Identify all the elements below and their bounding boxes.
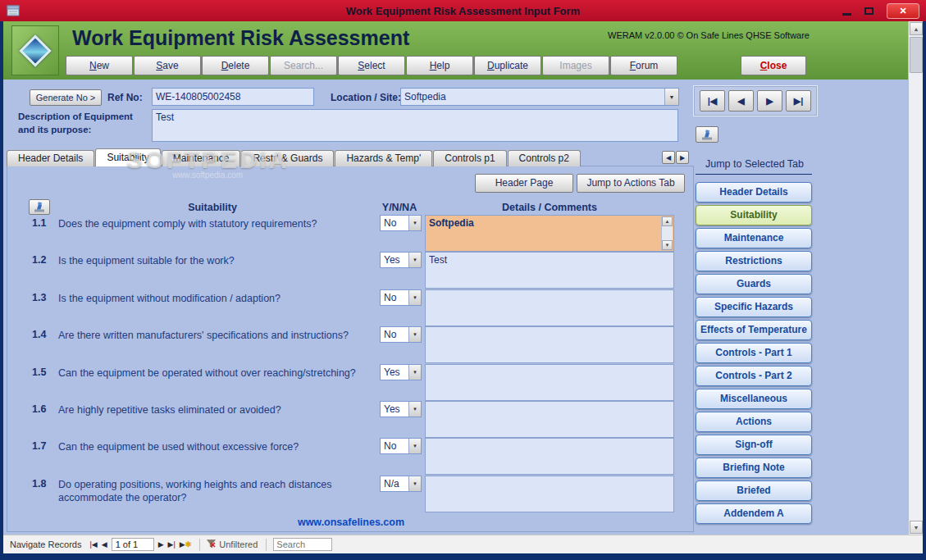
jump-button-briefed[interactable]: Briefed: [696, 480, 812, 501]
chevron-down-icon[interactable]: ▼: [664, 89, 678, 105]
chevron-down-icon[interactable]: ▼: [408, 402, 421, 417]
jump-button-briefing-note[interactable]: Briefing Note: [696, 458, 812, 478]
jump-button-guards[interactable]: Guards: [696, 274, 812, 294]
question-number: 1.7: [32, 440, 46, 452]
tab-maintenance[interactable]: Maintenance: [162, 150, 241, 166]
answer-dropdown[interactable]: No▼: [380, 215, 422, 231]
tab-controls-p1[interactable]: Controls p1: [433, 150, 506, 166]
toolbar-button-delete[interactable]: Delete: [202, 56, 269, 75]
toolbar-button-duplicate[interactable]: Duplicate: [474, 56, 541, 75]
generate-no-button[interactable]: Generate No >: [30, 89, 102, 106]
jump-button-sign-off[interactable]: Sign-off: [696, 435, 812, 455]
scroll-up-icon[interactable]: ▲: [910, 22, 923, 35]
next-record-icon[interactable]: ▶: [158, 540, 164, 549]
minimize-icon[interactable]: [842, 13, 851, 16]
ref-no-input[interactable]: [152, 88, 314, 106]
jump-button-maintenance[interactable]: Maintenance: [696, 228, 812, 248]
titlebar: Work Equipment Risk Assessment Input For…: [0, 0, 926, 21]
record-count-box[interactable]: 1 of 1: [112, 538, 154, 551]
question-row-1.2: 1.2Is the equipment suitable for the wor…: [7, 252, 695, 289]
search-input[interactable]: [273, 538, 332, 551]
comment-box[interactable]: Test: [425, 252, 674, 289]
app-logo-icon: [11, 25, 59, 75]
comment-scrollbar[interactable]: ▲▼: [661, 216, 673, 250]
comment-box[interactable]: [425, 364, 674, 401]
scroll-up-icon[interactable]: ▲: [662, 216, 673, 226]
answer-dropdown[interactable]: No▼: [380, 438, 422, 454]
toolbar-button-select[interactable]: Select: [338, 56, 405, 75]
jump-button-suitability[interactable]: Suitability: [696, 205, 812, 225]
stamp-button[interactable]: [696, 126, 718, 143]
answer-dropdown[interactable]: Yes▼: [380, 252, 422, 268]
last-record-button[interactable]: ▶|: [786, 90, 811, 112]
maximize-icon[interactable]: [864, 7, 874, 15]
chevron-down-icon[interactable]: ▼: [408, 439, 421, 453]
chevron-down-icon[interactable]: ▼: [408, 253, 421, 267]
jump-button-header-details[interactable]: Header Details: [696, 182, 812, 203]
chevron-down-icon[interactable]: ▼: [408, 365, 421, 380]
jump-button-controls-part-1[interactable]: Controls - Part 1: [696, 343, 812, 363]
jump-button-specific-hazards[interactable]: Specific Hazards: [696, 297, 812, 317]
answer-dropdown[interactable]: Yes▼: [380, 401, 422, 417]
toolbar-button-close[interactable]: Close: [741, 56, 806, 75]
scrollbar-thumb[interactable]: [910, 37, 923, 73]
jump-button-controls-part-2[interactable]: Controls - Part 2: [696, 366, 812, 386]
first-record-button[interactable]: |◀: [700, 90, 725, 112]
toolbar: NewSaveDeleteSearch...SelectHelpDuplicat…: [66, 56, 677, 75]
location-dropdown[interactable]: Softpedia ▼: [400, 88, 679, 106]
filter-icon[interactable]: [207, 540, 216, 550]
comment-box[interactable]: [425, 289, 674, 326]
tab-header-details[interactable]: Header Details: [7, 150, 94, 166]
last-record-icon[interactable]: ▶|: [168, 540, 176, 549]
chevron-down-icon[interactable]: ▼: [408, 327, 421, 342]
stamp-button-2[interactable]: [29, 199, 50, 215]
chevron-down-icon[interactable]: ▼: [408, 290, 421, 305]
jump-button-addendem-a[interactable]: Addendem A: [696, 503, 812, 524]
chevron-down-icon[interactable]: ▼: [408, 476, 421, 491]
header-page-button[interactable]: Header Page: [475, 174, 573, 193]
toolbar-button-forum[interactable]: Forum: [610, 56, 677, 75]
toolbar-button-help[interactable]: Help: [406, 56, 473, 75]
answer-dropdown[interactable]: Yes▼: [380, 364, 422, 380]
answer-dropdown[interactable]: No▼: [380, 326, 422, 343]
jump-button-effects-of-temperature[interactable]: Effects of Temperature: [696, 320, 812, 340]
question-row-1.7: 1.7Can the equipment be used without exc…: [7, 438, 695, 475]
scroll-down-icon[interactable]: ▼: [910, 521, 923, 534]
toolbar-button-new[interactable]: New: [66, 56, 133, 75]
comment-box[interactable]: [425, 326, 674, 363]
column-header-suitability: Suitability: [57, 202, 368, 213]
tab-controls-p2[interactable]: Controls p2: [508, 150, 581, 166]
comment-box[interactable]: [425, 438, 674, 475]
jump-button-restrictions[interactable]: Restrictions: [696, 251, 812, 271]
tab-suitability[interactable]: Suitability: [95, 148, 160, 166]
vertical-scrollbar[interactable]: ▲ ▼: [908, 21, 923, 535]
next-record-button[interactable]: ▶: [757, 90, 782, 112]
jump-button-miscellaneous[interactable]: Miscellaneous: [696, 389, 812, 409]
tab-scroll-left-icon[interactable]: ◀: [662, 151, 675, 164]
filter-status-label[interactable]: Unfiltered: [219, 540, 258, 549]
chevron-down-icon[interactable]: ▼: [408, 216, 421, 230]
tab-restr-guards[interactable]: Restr' & Guards: [241, 150, 334, 166]
answer-value: Yes: [381, 253, 408, 267]
close-window-icon[interactable]: ✕: [887, 3, 919, 19]
onsafelines-link[interactable]: www.onsafelines.com: [7, 517, 695, 528]
previous-record-button[interactable]: ◀: [728, 90, 754, 112]
answer-dropdown[interactable]: No▼: [380, 289, 422, 306]
scroll-down-icon[interactable]: ▼: [662, 240, 673, 250]
comment-box[interactable]: Softpedia▲▼: [425, 215, 674, 252]
jump-button-actions[interactable]: Actions: [696, 412, 812, 432]
new-record-icon[interactable]: ▶✱: [180, 540, 191, 549]
comment-box[interactable]: [425, 476, 674, 512]
answer-dropdown[interactable]: N/a▼: [380, 476, 422, 492]
first-record-icon[interactable]: |◀: [89, 540, 97, 549]
comment-box[interactable]: [425, 401, 674, 438]
previous-record-icon[interactable]: ◀: [102, 540, 107, 549]
question-row-1.5: 1.5Can the equipment be operated without…: [7, 364, 695, 401]
tab-area: Header DetailsSuitabilityMaintenanceRest…: [3, 148, 908, 535]
question-number: 1.5: [32, 367, 46, 378]
toolbar-button-save[interactable]: Save: [134, 56, 201, 75]
tab-hazards-temp[interactable]: Hazards & Temp': [335, 150, 432, 166]
description-input[interactable]: Test: [152, 109, 678, 142]
jump-to-actions-button[interactable]: Jump to Actions Tab: [577, 174, 685, 193]
tab-scroll-right-icon[interactable]: ▶: [676, 151, 689, 164]
